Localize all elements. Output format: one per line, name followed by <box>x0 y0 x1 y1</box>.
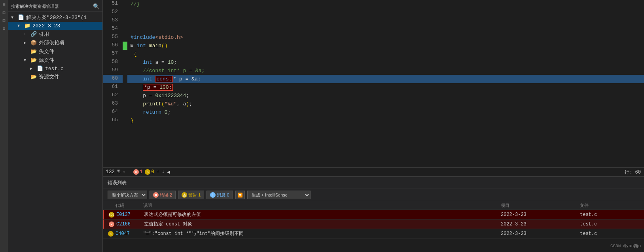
code-row-52: 52 <box>103 8 644 17</box>
nav-down-icon[interactable]: ↓ <box>162 169 165 175</box>
sidebar-search-label: 搜索解决方案资源管理器 <box>11 4 93 10</box>
solution-icon: 📄 <box>17 14 25 21</box>
deps-icon: 📦 <box>30 40 37 46</box>
filter-icon: 🔽 <box>237 193 243 198</box>
activity-icon-1[interactable]: ≡ <box>1 2 7 8</box>
row0-file: test.c <box>580 212 639 218</box>
row0-code: E0137 <box>116 212 144 218</box>
error-row-0[interactable]: abc E0137 表达式必须是可修改的左值 2022-3-23 test.c <box>103 210 644 220</box>
arrow-icon-project: ▼ <box>17 24 24 28</box>
row1-desc: 左值指定 const 对象 <box>144 221 501 227</box>
search-icon[interactable]: 🔍 <box>93 3 99 10</box>
headers-label: 头文件 <box>39 48 54 55</box>
code-row-56: 56 ⊟ int main() <box>103 42 644 50</box>
arrow-source: ▼ <box>24 58 30 63</box>
code-row-58: 58 int a = 10; <box>103 58 644 67</box>
code-row-62: 62 p = 0x11223344; <box>103 92 644 100</box>
project-icon: 📁 <box>24 23 31 29</box>
activity-bar: ≡ ⊞ ⊟ ⊕ <box>0 0 8 252</box>
code-lines: 51 //} 52 53 54 <box>103 0 644 125</box>
error-row-2[interactable]: ⚠ C4047 "=":"const int *"与"int"的间接级别不同 2… <box>103 229 644 239</box>
tree-item-solution[interactable]: ▼ 📄 解决方案"2022-3-23"(1 <box>8 13 102 22</box>
col-project-header: 项目 <box>501 202 580 208</box>
code-row-65: 65 } <box>103 116 644 125</box>
row1-code: C2166 <box>116 221 144 227</box>
ref-label: 引用 <box>39 31 49 38</box>
activity-icon-2[interactable]: ⊞ <box>1 10 7 16</box>
code-row-53: 53 <box>103 17 644 25</box>
error-row-1[interactable]: ✕ C2166 左值指定 const 对象 2022-3-23 test.c <box>103 220 644 229</box>
code-row-61: 61 *p = 100; <box>103 83 644 92</box>
nav-left-icon[interactable]: ◀ <box>167 169 170 175</box>
error-badge: ✕ 1 <box>133 169 142 175</box>
testc-icon: 📄 <box>36 65 44 72</box>
row0-desc: 表达式必须是可修改的左值 <box>144 211 501 218</box>
sidebar-search-bar[interactable]: 搜索解决方案资源管理器 🔍 <box>8 2 102 11</box>
warning-filter-icon: ⚠ <box>182 192 187 198</box>
tree-item-resource[interactable]: 📂 资源文件 <box>8 73 102 81</box>
error-list-title: 错误列表 <box>108 179 127 186</box>
info-filter-btn[interactable]: i 消息 0 <box>206 191 233 199</box>
col-icon-header <box>108 202 116 208</box>
arrow-ref: ◦ <box>24 32 30 36</box>
zoom-level: 132 % <box>106 169 120 175</box>
resource-icon: 📂 <box>30 74 37 80</box>
row-indicator: 行: 60 <box>625 169 641 176</box>
ref-icon: 🔗 <box>30 31 37 37</box>
col-desc-header: 说明 <box>143 202 501 208</box>
tree-item-project[interactable]: ▼ 📁 2022-3-23 <box>8 22 102 30</box>
row2-code: C4047 <box>116 231 143 237</box>
mini-status-bar: 132 % ▾ ✕ 1 ⚠ 0 ↑ ↓ ◀ 行: 60 <box>103 167 644 177</box>
code-row-55: 55 #include<stdio.h> <box>103 33 644 42</box>
row0-project: 2022-3-23 <box>501 212 580 218</box>
tree-item-deps[interactable]: ▶ 📦 外部依赖项 <box>8 38 102 47</box>
code-row-57: 57 │{ <box>103 50 644 58</box>
warning-filter-btn[interactable]: ⚠ 警告 1 <box>178 191 204 199</box>
arrow-deps: ▶ <box>24 40 30 45</box>
resource-label: 资源文件 <box>39 73 59 80</box>
warning-count-label: 警告 1 <box>188 192 201 198</box>
sidebar: 搜索解决方案资源管理器 🔍 ▼ 📄 解决方案"2022-3-23"(1 ▼ 📁 … <box>8 0 103 252</box>
code-row-51: 51 //} <box>103 0 644 8</box>
warning-count: 0 <box>151 169 154 175</box>
tree-item-ref[interactable]: ◦ 🔗 引用 <box>8 30 102 38</box>
deps-label: 外部依赖项 <box>39 39 64 46</box>
error-filter-btn[interactable]: ✕ 错误 2 <box>150 191 176 199</box>
error-count-label: 错误 2 <box>160 192 172 198</box>
tree-item-testc[interactable]: ▶ 📄 test.c <box>8 65 102 73</box>
row1-type-icon: ✕ <box>108 221 115 227</box>
error-count: 1 <box>140 169 142 175</box>
arrow-testc: ▶ <box>30 66 36 71</box>
error-table: 代码 说明 项目 文件 abc E0137 表达式必须是可修改的左值 2022-… <box>103 201 644 252</box>
main-layout: ≡ ⊞ ⊟ ⊕ 搜索解决方案资源管理器 🔍 ▼ 📄 解决方案"2022-3-23… <box>0 0 644 252</box>
row1-file: test.c <box>580 221 639 227</box>
error-circle-icon: ✕ <box>109 221 114 227</box>
row2-project: 2022-3-23 <box>501 231 580 237</box>
nav-up-icon[interactable]: ↑ <box>157 169 159 175</box>
warning-badge: ⚠ 0 <box>145 169 154 175</box>
warning-circle-icon: ⚠ <box>108 231 114 237</box>
code-row-54: 54 <box>103 25 644 33</box>
activity-icon-4[interactable]: ⊕ <box>1 25 7 32</box>
row1-project: 2022-3-23 <box>501 221 580 227</box>
activity-icon-3[interactable]: ⊟ <box>1 17 7 24</box>
row2-desc: "=":"const int *"与"int"的间接级别不同 <box>143 230 501 237</box>
info-count-label: 消息 0 <box>217 192 229 198</box>
row0-type-icon: abc <box>108 212 115 218</box>
testc-label: test.c <box>45 66 64 72</box>
row2-type-icon: ⚠ <box>108 231 114 237</box>
tree-item-source[interactable]: ▼ 📂 源文件 <box>8 56 102 65</box>
scope-filter[interactable]: 整个解决方案 <box>108 191 147 199</box>
extra-filter-btn[interactable]: 🔽 <box>235 191 245 199</box>
code-row-60: 60 int const* p = &a; <box>103 75 644 83</box>
code-row-64: 64 return 0; <box>103 108 644 116</box>
watermark: CSDN @yan颜u <box>610 243 641 249</box>
project-label: 2022-3-23 <box>32 23 60 29</box>
error-list-toolbar: 整个解决方案 ✕ 错误 2 ⚠ 警告 1 i 消息 0 🔽 <box>103 189 644 201</box>
tree-item-headers[interactable]: 📂 头文件 <box>8 47 102 56</box>
col-code-header: 代码 <box>116 202 143 208</box>
code-editor[interactable]: 51 //} 52 53 54 <box>103 0 644 167</box>
error-list-header: 错误列表 <box>103 177 644 189</box>
intellisense-filter[interactable]: 生成 + IntelliSense <box>247 191 311 199</box>
solution-label: 解决方案"2022-3-23"(1 <box>26 14 87 21</box>
